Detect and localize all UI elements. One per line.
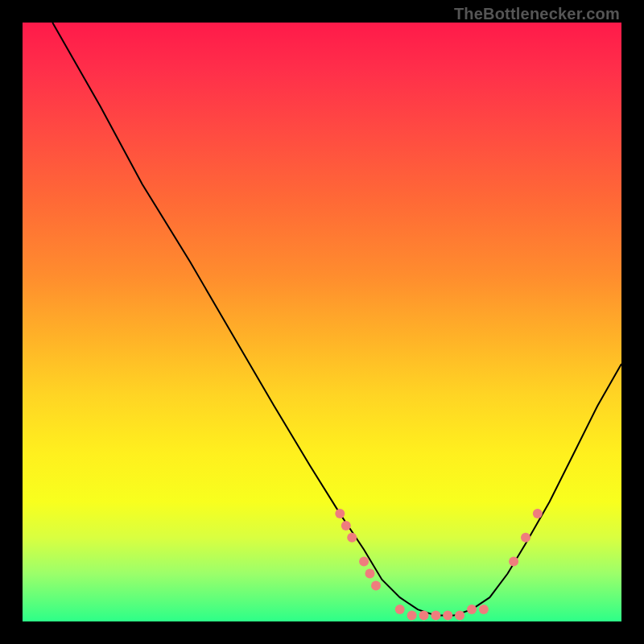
- watermark-text: TheBottlenecker.com: [454, 5, 620, 23]
- chart-marker: [443, 611, 452, 621]
- chart-marker: [431, 611, 440, 621]
- chart-marker: [419, 611, 429, 621]
- chart-markers: [335, 509, 543, 621]
- chart-marker: [467, 605, 477, 614]
- chart-marker: [533, 509, 543, 518]
- chart-marker: [407, 611, 417, 621]
- chart-marker: [347, 533, 357, 543]
- chart-svg: [23, 23, 621, 621]
- chart-marker: [371, 580, 381, 590]
- chart-marker: [365, 569, 375, 579]
- chart-marker: [335, 509, 345, 518]
- chart-marker: [455, 611, 464, 621]
- chart-marker: [509, 557, 518, 567]
- chart-plot-area: [23, 23, 621, 621]
- bottleneck-curve: [52, 23, 621, 616]
- chart-marker: [359, 557, 369, 567]
- chart-marker: [479, 605, 489, 614]
- chart-marker: [521, 533, 530, 543]
- chart-marker: [341, 521, 351, 530]
- chart-marker: [395, 605, 405, 614]
